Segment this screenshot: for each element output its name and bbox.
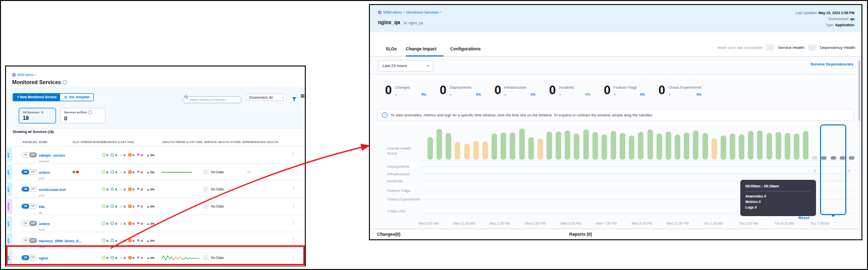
- health-bar[interactable]: [629, 136, 634, 160]
- footer-tab-changes[interactable]: Changes(0): [377, 232, 400, 237]
- health-bar[interactable]: [501, 132, 506, 160]
- enabled-toggle[interactable]: ONOFF: [21, 204, 37, 209]
- health-bar[interactable]: [748, 131, 753, 160]
- health-bar[interactable]: [776, 132, 781, 160]
- health-bar[interactable]: [592, 132, 598, 160]
- reset-link[interactable]: Reset: [798, 216, 809, 220]
- health-bar[interactable]: [492, 133, 497, 160]
- selection-pointer[interactable]: [831, 214, 836, 217]
- enabled-toggle[interactable]: ONOFF: [21, 238, 37, 243]
- health-bar[interactable]: [547, 131, 552, 160]
- info-icon[interactable]: i: [63, 80, 67, 85]
- service-row[interactable]: APP ONOFF servicenow-test prod 00⚠00⚑0▲ …: [6, 180, 305, 197]
- health-bar[interactable]: [666, 131, 671, 160]
- search-input[interactable]: [182, 96, 242, 103]
- health-bar[interactable]: [537, 139, 543, 160]
- health-bar[interactable]: [556, 131, 561, 160]
- footer-tab-reports[interactable]: Reports (0): [569, 232, 592, 237]
- environment-filter-select[interactable]: Environment: All▾: [246, 94, 287, 101]
- timeline-tick[interactable]: Thu 5:30 AM: [775, 222, 794, 225]
- breadcrumb[interactable]: SRM demo › Monitored Services ›: [378, 10, 442, 15]
- timeline-tick[interactable]: Thu 3:30 AM: [739, 222, 758, 225]
- health-bar[interactable]: [602, 134, 607, 160]
- use-template-button[interactable]: ▥ Use template: [60, 93, 94, 101]
- row-menu-icon[interactable]: ⋮: [291, 185, 296, 190]
- breadcrumb[interactable]: SRM demo ›: [12, 73, 36, 77]
- health-bar[interactable]: [528, 137, 534, 160]
- health-bar[interactable]: [620, 133, 625, 160]
- health-bar[interactable]: [455, 142, 460, 160]
- health-bar[interactable]: [519, 128, 525, 160]
- service-row[interactable]: INFRA ONOFF k8s qa 00⚠00⚑0▲ 0% -No Data …: [6, 197, 305, 215]
- enabled-toggle[interactable]: ONOFF: [21, 169, 37, 175]
- grid-view-icon[interactable]: ▦: [300, 93, 305, 98]
- breadcrumb-item[interactable]: Monitored Services: [406, 10, 439, 15]
- services-at-risk-card[interactable]: Services at Risk 0: [60, 108, 105, 123]
- row-menu-icon[interactable]: ⋮: [291, 237, 296, 242]
- service-row[interactable]: APP ONOFF orders prod 00⚠00⚑0▲ 0% -No Da…: [6, 163, 305, 180]
- row-menu-icon[interactable]: ⋮: [291, 202, 296, 208]
- selection-left-handle[interactable]: ⠿: [813, 169, 816, 173]
- enabled-toggle[interactable]: ONOFF: [21, 152, 37, 158]
- timeline-tick[interactable]: Wed 11:30 AM: [453, 222, 475, 225]
- service-name-link[interactable]: k8s: [39, 205, 45, 209]
- health-bar[interactable]: [473, 141, 479, 160]
- health-bar[interactable]: [684, 132, 689, 160]
- health-bar[interactable]: [675, 134, 680, 160]
- health-bar[interactable]: [437, 129, 442, 160]
- enabled-toggle[interactable]: ONOFF: [21, 186, 37, 192]
- health-bar[interactable]: [427, 137, 433, 160]
- timeline-tick[interactable]: Wed 7:30 PM: [596, 222, 617, 225]
- health-bar[interactable]: [712, 139, 717, 160]
- health-bar[interactable]: [657, 133, 662, 160]
- health-bar[interactable]: [721, 136, 726, 160]
- health-bar[interactable]: [739, 134, 744, 160]
- health-bar[interactable]: [702, 133, 708, 160]
- enabled-toggle[interactable]: ONOFF: [21, 221, 37, 226]
- selection-right-handle[interactable]: ⠿: [848, 169, 850, 173]
- health-bar[interactable]: [693, 130, 698, 160]
- timeline-tick[interactable]: Wed 9:30 AM: [418, 222, 439, 225]
- service-name-link[interactable]: Harness_SRM_Demo_E...: [39, 239, 82, 243]
- health-bar[interactable]: [638, 132, 643, 160]
- timeline-tick[interactable]: Thu 1:30 AM: [703, 222, 723, 225]
- health-bar[interactable]: [446, 133, 451, 160]
- timeline-tick[interactable]: Wed 1:30 PM: [489, 222, 510, 225]
- health-bar[interactable]: [803, 131, 808, 160]
- timeline-tick[interactable]: Wed 5:30 PM: [560, 222, 581, 225]
- health-bar[interactable]: [611, 131, 616, 160]
- tab-configurations[interactable]: Configurations: [450, 46, 480, 51]
- breadcrumb-module[interactable]: SRM demo: [17, 73, 34, 77]
- service-row[interactable]: APP ONOFF orders local 00⚠00⚑0▲ 0% ⋮: [6, 215, 305, 232]
- health-bar[interactable]: [583, 129, 589, 160]
- service-dependencies-link[interactable]: Service Dependencies: [810, 62, 853, 66]
- row-menu-icon[interactable]: ⋮: [291, 168, 296, 173]
- scrollbar-thumb[interactable]: [858, 60, 860, 121]
- time-window-selection[interactable]: [820, 124, 846, 215]
- health-bar[interactable]: [574, 133, 579, 160]
- service-row[interactable]: APP ONOFF sample_service nonprod 00⚠00⚑0…: [6, 146, 305, 163]
- health-bar[interactable]: [794, 133, 799, 160]
- tab-slos[interactable]: SLOs: [386, 46, 397, 51]
- tab-change-impact[interactable]: Change Impact: [406, 46, 437, 51]
- time-range-select[interactable]: Last 24 hours▾: [378, 60, 433, 72]
- health-bar[interactable]: [730, 133, 735, 160]
- no-data-dash[interactable]: [812, 156, 818, 160]
- timeline-tick[interactable]: Wed 9:30 PM: [631, 222, 652, 225]
- health-bar[interactable]: [565, 130, 570, 160]
- health-bar[interactable]: [510, 132, 515, 160]
- health-bar[interactable]: [785, 133, 790, 160]
- service-name-link[interactable]: orders: [39, 222, 50, 226]
- service-name-link[interactable]: orders: [39, 171, 50, 174]
- row-menu-icon[interactable]: ⋮: [291, 151, 296, 156]
- health-bar[interactable]: [647, 129, 653, 160]
- no-data-dash[interactable]: [849, 156, 854, 160]
- timeline-tick[interactable]: Wed 3:30 PM: [525, 222, 546, 225]
- new-monitored-service-button[interactable]: + New Monitored Service: [13, 93, 61, 101]
- health-bar[interactable]: [482, 142, 488, 160]
- health-bar[interactable]: [757, 130, 763, 160]
- service-name-link[interactable]: sample_service: [39, 154, 65, 157]
- row-menu-icon[interactable]: ⋮: [291, 220, 296, 225]
- timeline-tick[interactable]: Wed 11:30 PM: [666, 222, 688, 225]
- all-services-card[interactable]: All Services ⚙ 18: [19, 108, 56, 123]
